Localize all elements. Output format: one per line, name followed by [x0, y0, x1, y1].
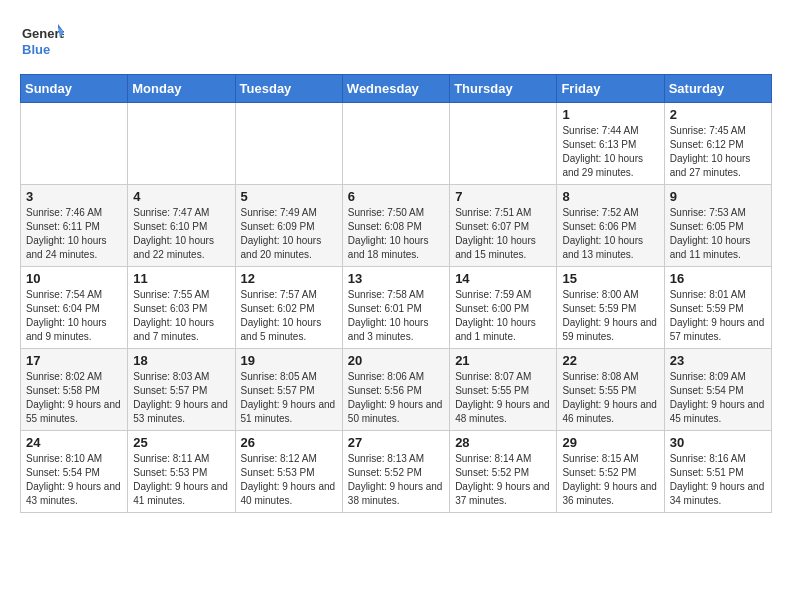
day-info: Sunrise: 8:03 AM Sunset: 5:57 PM Dayligh… [133, 370, 229, 426]
calendar-cell: 7Sunrise: 7:51 AM Sunset: 6:07 PM Daylig… [450, 185, 557, 267]
day-number: 29 [562, 435, 658, 450]
day-number: 7 [455, 189, 551, 204]
calendar-cell: 3Sunrise: 7:46 AM Sunset: 6:11 PM Daylig… [21, 185, 128, 267]
calendar-cell: 19Sunrise: 8:05 AM Sunset: 5:57 PM Dayli… [235, 349, 342, 431]
day-info: Sunrise: 8:00 AM Sunset: 5:59 PM Dayligh… [562, 288, 658, 344]
calendar-cell: 15Sunrise: 8:00 AM Sunset: 5:59 PM Dayli… [557, 267, 664, 349]
calendar-cell [342, 103, 449, 185]
day-info: Sunrise: 7:57 AM Sunset: 6:02 PM Dayligh… [241, 288, 337, 344]
calendar-cell [450, 103, 557, 185]
calendar-cell [21, 103, 128, 185]
day-info: Sunrise: 8:13 AM Sunset: 5:52 PM Dayligh… [348, 452, 444, 508]
day-info: Sunrise: 7:50 AM Sunset: 6:08 PM Dayligh… [348, 206, 444, 262]
logo: Genera Blue [20, 20, 64, 64]
day-number: 5 [241, 189, 337, 204]
calendar-cell: 4Sunrise: 7:47 AM Sunset: 6:10 PM Daylig… [128, 185, 235, 267]
day-number: 10 [26, 271, 122, 286]
day-number: 4 [133, 189, 229, 204]
weekday-header: Monday [128, 75, 235, 103]
day-number: 14 [455, 271, 551, 286]
day-number: 9 [670, 189, 766, 204]
page-header: Genera Blue [20, 20, 772, 64]
day-number: 12 [241, 271, 337, 286]
day-info: Sunrise: 7:47 AM Sunset: 6:10 PM Dayligh… [133, 206, 229, 262]
day-number: 24 [26, 435, 122, 450]
day-info: Sunrise: 7:52 AM Sunset: 6:06 PM Dayligh… [562, 206, 658, 262]
calendar-cell: 11Sunrise: 7:55 AM Sunset: 6:03 PM Dayli… [128, 267, 235, 349]
day-info: Sunrise: 8:11 AM Sunset: 5:53 PM Dayligh… [133, 452, 229, 508]
svg-text:Blue: Blue [22, 42, 50, 57]
day-number: 28 [455, 435, 551, 450]
weekday-header: Saturday [664, 75, 771, 103]
calendar-cell: 20Sunrise: 8:06 AM Sunset: 5:56 PM Dayli… [342, 349, 449, 431]
day-number: 11 [133, 271, 229, 286]
day-number: 18 [133, 353, 229, 368]
calendar-cell: 18Sunrise: 8:03 AM Sunset: 5:57 PM Dayli… [128, 349, 235, 431]
day-info: Sunrise: 8:08 AM Sunset: 5:55 PM Dayligh… [562, 370, 658, 426]
calendar-week-row: 17Sunrise: 8:02 AM Sunset: 5:58 PM Dayli… [21, 349, 772, 431]
day-number: 13 [348, 271, 444, 286]
svg-text:Genera: Genera [22, 26, 64, 41]
day-info: Sunrise: 8:07 AM Sunset: 5:55 PM Dayligh… [455, 370, 551, 426]
weekday-header: Sunday [21, 75, 128, 103]
day-number: 21 [455, 353, 551, 368]
day-info: Sunrise: 7:49 AM Sunset: 6:09 PM Dayligh… [241, 206, 337, 262]
calendar-cell: 6Sunrise: 7:50 AM Sunset: 6:08 PM Daylig… [342, 185, 449, 267]
calendar-cell: 8Sunrise: 7:52 AM Sunset: 6:06 PM Daylig… [557, 185, 664, 267]
day-info: Sunrise: 8:09 AM Sunset: 5:54 PM Dayligh… [670, 370, 766, 426]
calendar-cell: 9Sunrise: 7:53 AM Sunset: 6:05 PM Daylig… [664, 185, 771, 267]
day-number: 27 [348, 435, 444, 450]
calendar-cell: 13Sunrise: 7:58 AM Sunset: 6:01 PM Dayli… [342, 267, 449, 349]
day-info: Sunrise: 8:01 AM Sunset: 5:59 PM Dayligh… [670, 288, 766, 344]
day-number: 16 [670, 271, 766, 286]
calendar-cell: 27Sunrise: 8:13 AM Sunset: 5:52 PM Dayli… [342, 431, 449, 513]
day-number: 25 [133, 435, 229, 450]
day-number: 17 [26, 353, 122, 368]
day-info: Sunrise: 7:55 AM Sunset: 6:03 PM Dayligh… [133, 288, 229, 344]
weekday-header: Tuesday [235, 75, 342, 103]
day-number: 6 [348, 189, 444, 204]
calendar-cell: 16Sunrise: 8:01 AM Sunset: 5:59 PM Dayli… [664, 267, 771, 349]
day-info: Sunrise: 7:46 AM Sunset: 6:11 PM Dayligh… [26, 206, 122, 262]
calendar-cell: 22Sunrise: 8:08 AM Sunset: 5:55 PM Dayli… [557, 349, 664, 431]
day-number: 30 [670, 435, 766, 450]
day-info: Sunrise: 7:58 AM Sunset: 6:01 PM Dayligh… [348, 288, 444, 344]
day-number: 26 [241, 435, 337, 450]
day-number: 8 [562, 189, 658, 204]
calendar-cell: 26Sunrise: 8:12 AM Sunset: 5:53 PM Dayli… [235, 431, 342, 513]
calendar-cell: 21Sunrise: 8:07 AM Sunset: 5:55 PM Dayli… [450, 349, 557, 431]
logo-svg: Genera Blue [20, 20, 64, 64]
calendar-header-row: SundayMondayTuesdayWednesdayThursdayFrid… [21, 75, 772, 103]
day-info: Sunrise: 7:44 AM Sunset: 6:13 PM Dayligh… [562, 124, 658, 180]
calendar-cell: 1Sunrise: 7:44 AM Sunset: 6:13 PM Daylig… [557, 103, 664, 185]
day-number: 2 [670, 107, 766, 122]
weekday-header: Wednesday [342, 75, 449, 103]
day-number: 23 [670, 353, 766, 368]
calendar-cell: 29Sunrise: 8:15 AM Sunset: 5:52 PM Dayli… [557, 431, 664, 513]
calendar-week-row: 1Sunrise: 7:44 AM Sunset: 6:13 PM Daylig… [21, 103, 772, 185]
day-number: 3 [26, 189, 122, 204]
calendar-cell: 2Sunrise: 7:45 AM Sunset: 6:12 PM Daylig… [664, 103, 771, 185]
weekday-header: Friday [557, 75, 664, 103]
calendar-cell: 12Sunrise: 7:57 AM Sunset: 6:02 PM Dayli… [235, 267, 342, 349]
calendar-cell: 5Sunrise: 7:49 AM Sunset: 6:09 PM Daylig… [235, 185, 342, 267]
calendar-cell: 14Sunrise: 7:59 AM Sunset: 6:00 PM Dayli… [450, 267, 557, 349]
day-number: 22 [562, 353, 658, 368]
calendar-cell: 17Sunrise: 8:02 AM Sunset: 5:58 PM Dayli… [21, 349, 128, 431]
day-info: Sunrise: 8:16 AM Sunset: 5:51 PM Dayligh… [670, 452, 766, 508]
day-number: 1 [562, 107, 658, 122]
calendar-week-row: 24Sunrise: 8:10 AM Sunset: 5:54 PM Dayli… [21, 431, 772, 513]
day-info: Sunrise: 7:45 AM Sunset: 6:12 PM Dayligh… [670, 124, 766, 180]
day-info: Sunrise: 7:54 AM Sunset: 6:04 PM Dayligh… [26, 288, 122, 344]
day-info: Sunrise: 8:14 AM Sunset: 5:52 PM Dayligh… [455, 452, 551, 508]
day-info: Sunrise: 8:06 AM Sunset: 5:56 PM Dayligh… [348, 370, 444, 426]
day-number: 20 [348, 353, 444, 368]
weekday-header: Thursday [450, 75, 557, 103]
calendar-week-row: 3Sunrise: 7:46 AM Sunset: 6:11 PM Daylig… [21, 185, 772, 267]
calendar-cell [128, 103, 235, 185]
calendar-cell: 24Sunrise: 8:10 AM Sunset: 5:54 PM Dayli… [21, 431, 128, 513]
day-info: Sunrise: 8:02 AM Sunset: 5:58 PM Dayligh… [26, 370, 122, 426]
calendar-cell: 10Sunrise: 7:54 AM Sunset: 6:04 PM Dayli… [21, 267, 128, 349]
day-info: Sunrise: 7:59 AM Sunset: 6:00 PM Dayligh… [455, 288, 551, 344]
calendar-cell: 28Sunrise: 8:14 AM Sunset: 5:52 PM Dayli… [450, 431, 557, 513]
